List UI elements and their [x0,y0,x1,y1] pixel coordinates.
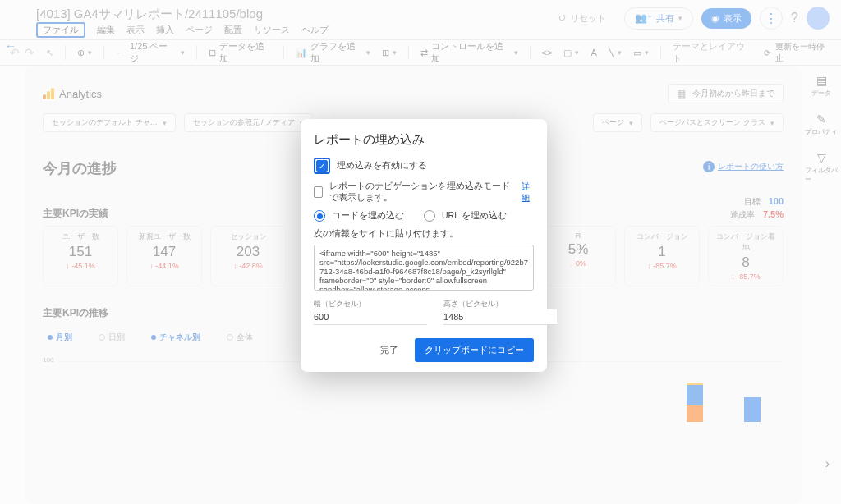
embed-url-radio[interactable] [424,210,435,222]
enable-embed-label: 埋め込みを有効にする [337,160,427,172]
modal-title: レポートの埋め込み [314,132,534,148]
paste-info: 次の情報をサイトに貼り付けます。 [314,228,534,240]
height-input[interactable] [443,309,557,325]
width-input[interactable] [314,309,427,325]
width-label: 幅（ピクセル） [314,299,427,309]
embed-url-label: URL を埋め込む [442,210,507,222]
details-link[interactable]: 詳細 [522,181,534,204]
embed-code-label: コードを埋め込む [332,210,404,222]
nav-mode-checkbox[interactable] [314,186,323,198]
embed-code-textarea[interactable] [314,245,534,291]
app-root: ← [4013] GA4サマリレポート/2411105/blog ファイル 編集… [0,0,841,504]
embed-dialog: レポートの埋め込み 埋め込みを有効にする レポートのナビゲーションを埋め込みモー… [301,119,547,372]
height-label: 高さ（ピクセル） [443,299,557,309]
done-button[interactable]: 完了 [372,338,407,362]
enable-embed-checkbox[interactable] [316,160,328,172]
copy-button[interactable]: クリップボードにコピー [415,338,534,362]
embed-code-radio[interactable] [314,210,325,222]
nav-mode-label: レポートのナビゲーションを埋め込みモードで表示します。 [329,181,515,204]
